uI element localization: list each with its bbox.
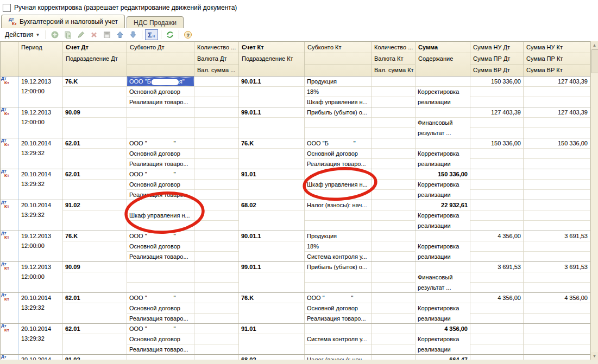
account-dt-cell[interactable]: 62.01 xyxy=(63,293,127,323)
subconto-dt-cell[interactable]: ООО " "Основной договорРеализация товаро… xyxy=(127,138,194,169)
sum-nu-dt-cell[interactable] xyxy=(470,200,524,231)
sum-nu-dt-cell[interactable]: 150 336,00 xyxy=(470,76,524,107)
scrollbar-thumb[interactable] xyxy=(591,49,598,73)
period-cell[interactable]: 19.12.201312:00:00 xyxy=(18,231,63,261)
account-dt-cell[interactable]: 76.K xyxy=(63,76,127,107)
tab-accounting[interactable]: ДтКт Бухгалтерский и налоговый учет xyxy=(1,15,125,28)
period-cell[interactable]: 19.12.201312:00:00 xyxy=(18,262,63,292)
period-cell[interactable]: 20.10.201413:29:32 xyxy=(18,324,63,354)
grid-row[interactable]: ДтКт20.10.201413:29:3262.01ООО " "Основн… xyxy=(1,293,591,324)
subconto-dt-cell[interactable]: ООО "Бя"Основной договорРеализация товар… xyxy=(127,76,194,107)
subconto-dt-cell[interactable]: ООО " "Основной договорРеализация товаро… xyxy=(127,324,194,354)
sum-nu-dt-cell[interactable]: 4 356,00 xyxy=(470,231,524,261)
header-quantity-dt[interactable]: Количество ... Валюта Дт Вал. сумма ... xyxy=(194,42,239,76)
account-kt-cell[interactable]: 99.01.1 xyxy=(239,107,305,138)
sum-content-cell[interactable]: Корректировкареализации xyxy=(416,293,470,323)
sum-nu-kt-cell[interactable]: 3 691,53 xyxy=(524,231,590,261)
quantity-kt-cell[interactable] xyxy=(372,262,416,292)
refresh-button[interactable] xyxy=(164,29,176,40)
sum-content-cell[interactable]: Финансовыйрезультат ... xyxy=(416,262,470,292)
quantity-dt-cell[interactable] xyxy=(194,231,239,261)
sum-content-cell[interactable]: Финансовыйрезультат ... xyxy=(416,107,470,138)
quantity-kt-cell[interactable] xyxy=(372,76,416,107)
grid-row[interactable]: ДтКт19.12.201312:00:0090.0999.01.1Прибыл… xyxy=(1,262,591,293)
vertical-scrollbar[interactable]: ▲ ▼ xyxy=(590,41,598,360)
scroll-up-icon[interactable]: ▲ xyxy=(591,41,598,49)
delete-button[interactable] xyxy=(88,29,100,40)
period-cell[interactable]: 20.10.201413:29:32 xyxy=(18,200,63,231)
sum-nu-dt-cell[interactable]: 4 356,00 xyxy=(470,293,524,323)
period-cell[interactable]: 19.12.201312:00:00 xyxy=(18,107,63,138)
grid-row[interactable]: ДтКт19.12.201312:00:0076.KООО " "Основно… xyxy=(1,231,591,262)
quantity-dt-cell[interactable] xyxy=(194,262,239,292)
header-account-dt[interactable]: Счет Дт Подразделение Дт xyxy=(63,42,127,76)
header-subconto-kt[interactable]: Субконто Кт xyxy=(305,42,372,76)
post-button[interactable] xyxy=(101,29,113,40)
period-cell[interactable]: 20.10.201413:29:32 xyxy=(18,138,63,169)
sum-nu-kt-cell[interactable] xyxy=(524,200,590,231)
quantity-kt-cell[interactable] xyxy=(372,107,416,138)
subconto-dt-cell[interactable] xyxy=(127,107,194,138)
quantity-dt-cell[interactable] xyxy=(194,76,239,107)
account-dt-cell[interactable]: 62.01 xyxy=(63,324,127,354)
subconto-dt-cell[interactable]: ООО " "Основной договорРеализация товаро… xyxy=(127,293,194,323)
account-kt-cell[interactable]: 99.01.1 xyxy=(239,262,305,292)
quantity-kt-cell[interactable] xyxy=(372,200,416,231)
grid-row[interactable]: ДтКт20.10.201413:29:3262.01ООО " "Основн… xyxy=(1,138,591,169)
quantity-kt-cell[interactable] xyxy=(372,293,416,323)
header-sum-nu-kt[interactable]: Сумма НУ Кт Сумма ПР Кт Сумма ВР Кт xyxy=(524,42,590,76)
quantity-dt-cell[interactable] xyxy=(194,169,239,200)
period-cell[interactable]: 20.10.201413:29:32 xyxy=(18,293,63,323)
header-sum[interactable]: Сумма Содержание xyxy=(416,42,470,76)
sum-nu-kt-cell[interactable]: 3 691,53 xyxy=(524,262,590,292)
quantity-dt-cell[interactable] xyxy=(194,293,239,323)
account-dt-cell[interactable]: 91.02 xyxy=(63,200,127,231)
sum-nu-dt-cell[interactable] xyxy=(470,169,524,200)
account-dt-cell[interactable]: 62.01 xyxy=(63,169,127,200)
quantity-dt-cell[interactable] xyxy=(194,324,239,354)
period-cell[interactable]: 20.10.201413:29:32 xyxy=(18,169,63,200)
subconto-kt-cell[interactable]: Продукция18%Шкаф управления н... xyxy=(305,76,372,107)
quantity-kt-cell[interactable] xyxy=(372,231,416,261)
copy-button[interactable] xyxy=(62,29,74,40)
account-kt-cell[interactable]: 90.01.1 xyxy=(239,231,305,261)
edit-button[interactable] xyxy=(75,29,87,40)
help-button[interactable]: ? xyxy=(182,29,194,40)
account-dt-cell[interactable]: 90.09 xyxy=(63,107,127,138)
sum-content-cell[interactable]: 22 932,61Корректировкареализации xyxy=(416,200,470,231)
quantity-dt-cell[interactable] xyxy=(194,200,239,231)
sum-nu-kt-cell[interactable] xyxy=(524,169,590,200)
grid-row[interactable]: ДтКт19.12.201312:00:0090.0999.01.1Прибыл… xyxy=(1,107,591,138)
quantity-dt-cell[interactable] xyxy=(194,138,239,169)
account-kt-cell[interactable]: 76.K xyxy=(239,138,305,169)
move-down-button[interactable] xyxy=(127,29,139,40)
account-kt-cell[interactable]: 91.01 xyxy=(239,169,305,200)
subconto-dt-cell[interactable] xyxy=(127,262,194,292)
header-quantity-kt[interactable]: Количество ... Валюта Кт Вал. сумма Кт xyxy=(372,42,416,76)
account-kt-cell[interactable]: 91.01 xyxy=(239,324,305,354)
account-dt-cell[interactable]: 90.09 xyxy=(63,262,127,292)
subconto-kt-cell[interactable]: ООО " "Основной договорРеализация товаро… xyxy=(305,293,372,323)
grid-row[interactable]: ДтКт20.10.201413:29:3262.01ООО " "Основн… xyxy=(1,324,591,355)
account-kt-cell[interactable]: 68.02 xyxy=(239,200,305,231)
quantity-kt-cell[interactable] xyxy=(372,138,416,169)
sum-nu-dt-cell[interactable]: 150 336,00 xyxy=(470,138,524,169)
grid-row[interactable]: ДтКт19.12.201312:00:0076.KООО "Бя"Основн… xyxy=(1,76,591,107)
sum-nu-dt-cell[interactable]: 127 403,39 xyxy=(470,107,524,138)
header-sum-nu-dt[interactable]: Сумма НУ Дт Сумма ПР Дт Сумма ВР Дт xyxy=(470,42,524,76)
sum-nu-dt-cell[interactable] xyxy=(470,324,524,354)
header-account-kt[interactable]: Счет Кт Подразделение Кт xyxy=(239,42,305,76)
account-kt-cell[interactable]: 76.K xyxy=(239,293,305,323)
sum-nu-kt-cell[interactable]: 4 356,00 xyxy=(524,293,590,323)
sum-content-cell[interactable]: Корректировкареализации xyxy=(416,76,470,107)
grid-row[interactable]: ДтКт20.10.201413:29:3291.02Шкаф управлен… xyxy=(1,200,591,231)
account-dt-cell[interactable]: 76.K xyxy=(63,231,127,261)
tab-vat-sales[interactable]: НДС Продажи xyxy=(127,16,184,28)
totals-button[interactable]: Σн xyxy=(145,29,158,40)
quantity-dt-cell[interactable] xyxy=(194,107,239,138)
add-button[interactable] xyxy=(49,29,61,40)
header-subconto-dt[interactable]: Субконто Дт xyxy=(127,42,194,76)
move-up-button[interactable] xyxy=(114,29,126,40)
subconto-kt-cell[interactable]: Продукция18%Система контроля у... xyxy=(305,231,372,261)
scroll-down-icon[interactable]: ▼ xyxy=(591,352,598,360)
